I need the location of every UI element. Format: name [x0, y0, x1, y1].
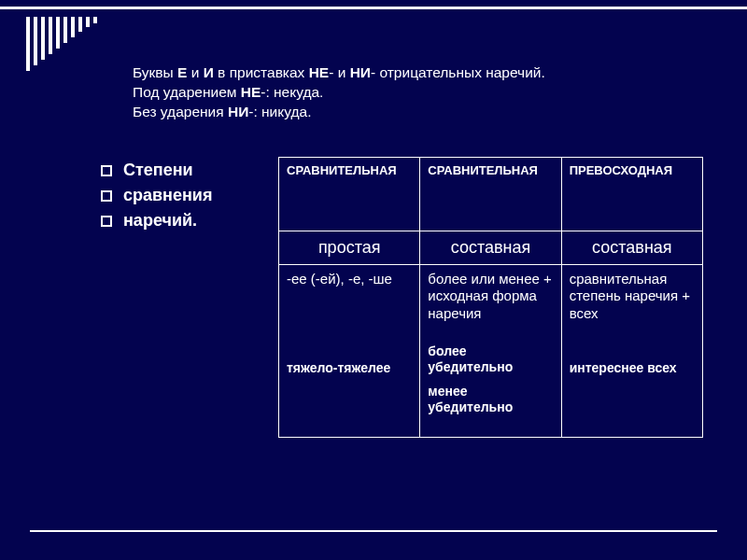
bottom-divider: [30, 530, 717, 532]
list-item-label: наречий.: [123, 211, 197, 231]
table-cell: более или менее + исходная форма наречия…: [420, 264, 561, 437]
t1h: НИ: [350, 64, 371, 80]
table-header-cell: ПРЕВОСХОДНАЯ: [561, 158, 702, 231]
t1c: и: [187, 64, 203, 80]
example-text: интереснее всех: [570, 360, 695, 377]
slide-title: Буквы Е и И в приставках НЕ- и НИ- отриц…: [133, 63, 691, 122]
table-row: простая составная составная: [279, 231, 703, 265]
t3c: -: никуда.: [248, 104, 311, 119]
slide: Буквы Е и И в приставках НЕ- и НИ- отриц…: [0, 0, 747, 560]
square-bullet-icon: [101, 165, 112, 176]
table-subhead-cell: составная: [420, 231, 561, 265]
comparison-table: СРАВНИТЕЛЬНАЯ СРАВНИТЕЛЬНАЯ ПРЕВОСХОДНАЯ…: [278, 157, 703, 438]
table-row: -ее (-ей), -е, -ше тяжело-тяжелее более …: [279, 264, 703, 437]
t3b: НИ: [228, 104, 248, 119]
table-row: СРАВНИТЕЛЬНАЯ СРАВНИТЕЛЬНАЯ ПРЕВОСХОДНАЯ: [279, 158, 703, 231]
t1e: в приставках: [214, 64, 309, 80]
rule-text: -ее (-ей), -е, -ше: [287, 271, 412, 288]
table-subhead-cell: простая: [279, 231, 420, 265]
table-cell: -ее (-ей), -е, -ше тяжело-тяжелее: [279, 264, 420, 437]
table-header-cell: СРАВНИТЕЛЬНАЯ: [279, 158, 420, 231]
example-text: менее убедительно: [428, 384, 553, 416]
t1f: НЕ: [309, 64, 330, 80]
t1a: Буквы: [133, 64, 177, 80]
table-header-cell: СРАВНИТЕЛЬНАЯ: [420, 158, 561, 231]
t2a: Под ударением: [133, 84, 241, 100]
t1g: - и: [329, 64, 349, 80]
top-divider: [0, 7, 747, 9]
t1d: И: [204, 64, 214, 80]
example-text: тяжело-тяжелее: [287, 360, 412, 377]
t2c: -: некуда.: [261, 84, 323, 100]
t1b: Е: [177, 64, 187, 80]
list-item-label: Степени: [123, 161, 193, 180]
rule-text: более или менее + исходная форма наречия: [428, 271, 553, 323]
list-item: наречий.: [101, 211, 278, 231]
decorative-bars-icon: [26, 17, 101, 71]
list-item-label: сравнения: [123, 186, 212, 205]
t2b: НЕ: [241, 84, 261, 100]
example-text: более убедительно: [428, 343, 553, 376]
body: Степени сравнения наречий. СРАВНИТЕЛЬНАЯ…: [101, 157, 710, 438]
list-item: сравнения: [101, 186, 278, 205]
table-cell: сравнительная степень наречия + всех инт…: [561, 264, 702, 437]
t3a: Без ударения: [133, 104, 228, 119]
t1i: - отрицательных наречий.: [371, 64, 545, 80]
bullet-list: Степени сравнения наречий.: [101, 157, 278, 236]
square-bullet-icon: [101, 190, 112, 202]
list-item: Степени: [101, 161, 278, 180]
table-subhead-cell: составная: [561, 231, 702, 265]
square-bullet-icon: [101, 216, 112, 227]
rule-text: сравнительная степень наречия + всех: [570, 271, 695, 323]
